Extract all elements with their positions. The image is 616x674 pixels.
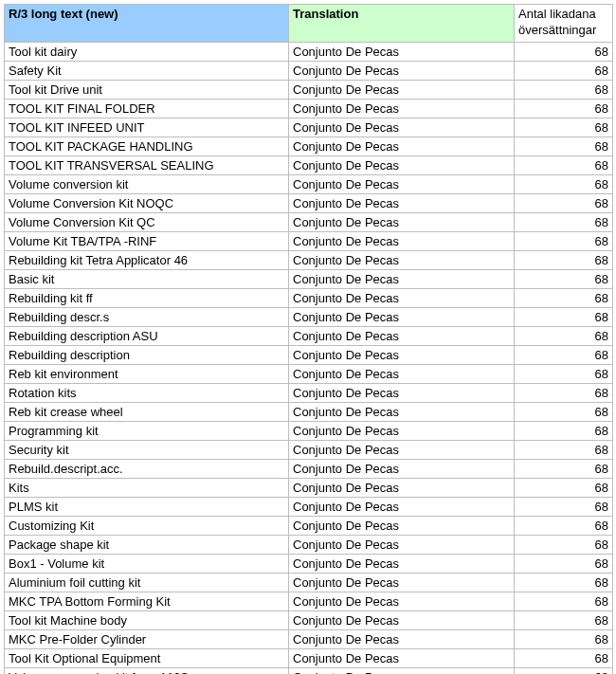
cell-count[interactable]: 68 xyxy=(515,81,613,100)
cell-translation[interactable]: Conjunto De Pecas xyxy=(289,574,515,592)
cell-long-text[interactable]: MKC TPA Bottom Forming Kit xyxy=(5,592,289,611)
cell-count[interactable]: 68 xyxy=(515,232,613,251)
cell-long-text[interactable]: Box1 - Volume kit xyxy=(5,555,289,574)
header-count[interactable]: Antal likadana översättningar xyxy=(515,5,613,43)
cell-translation[interactable]: Conjunto De Pecas xyxy=(289,213,515,232)
cell-long-text[interactable]: Aluminium foil cutting kit xyxy=(5,574,289,592)
cell-long-text[interactable]: Customizing Kit xyxy=(5,517,289,536)
cell-long-text[interactable]: PLMS kit xyxy=(5,498,289,517)
cell-count[interactable]: 68 xyxy=(515,592,613,611)
cell-count[interactable]: 68 xyxy=(515,555,613,574)
cell-translation[interactable]: Conjunto De Pecas xyxy=(289,649,515,668)
cell-translation[interactable]: Conjunto De Pecas xyxy=(289,517,515,536)
cell-long-text[interactable]: Rotation kits xyxy=(5,384,289,403)
cell-long-text[interactable]: Package shape kit xyxy=(5,536,289,555)
cell-translation[interactable]: Conjunto De Pecas xyxy=(289,251,515,270)
cell-translation[interactable]: Conjunto De Pecas xyxy=(289,668,515,675)
cell-translation[interactable]: Conjunto De Pecas xyxy=(289,460,515,479)
cell-translation[interactable]: Conjunto De Pecas xyxy=(289,156,515,175)
cell-long-text[interactable]: TOOL KIT TRANSVERSAL SEALING xyxy=(5,156,289,175)
cell-count[interactable]: 68 xyxy=(515,327,613,346)
cell-count[interactable]: 68 xyxy=(515,574,613,592)
cell-translation[interactable]: Conjunto De Pecas xyxy=(289,479,515,498)
cell-long-text[interactable]: Rebuild.descript.acc. xyxy=(5,460,289,479)
cell-long-text[interactable]: Volume conversion kit from 110S xyxy=(5,668,289,675)
cell-long-text[interactable]: Rebuilding description xyxy=(5,346,289,365)
cell-long-text[interactable]: TOOL KIT FINAL FOLDER xyxy=(5,100,289,118)
cell-translation[interactable]: Conjunto De Pecas xyxy=(289,289,515,308)
cell-count[interactable]: 68 xyxy=(515,649,613,668)
cell-translation[interactable]: Conjunto De Pecas xyxy=(289,62,515,81)
cell-long-text[interactable]: TOOL KIT PACKAGE HANDLING xyxy=(5,137,289,156)
cell-long-text[interactable]: Tool kit dairy xyxy=(5,43,289,62)
cell-long-text[interactable]: Tool Kit Optional Equipment xyxy=(5,649,289,668)
cell-translation[interactable]: Conjunto De Pecas xyxy=(289,536,515,555)
cell-translation[interactable]: Conjunto De Pecas xyxy=(289,81,515,100)
cell-translation[interactable]: Conjunto De Pecas xyxy=(289,232,515,251)
cell-long-text[interactable]: Reb kit crease wheel xyxy=(5,403,289,422)
cell-long-text[interactable]: Volume Conversion Kit QC xyxy=(5,213,289,232)
cell-count[interactable]: 68 xyxy=(515,422,613,441)
cell-count[interactable]: 68 xyxy=(515,668,613,675)
cell-count[interactable]: 68 xyxy=(515,384,613,403)
cell-long-text[interactable]: Rebuilding description ASU xyxy=(5,327,289,346)
cell-translation[interactable]: Conjunto De Pecas xyxy=(289,327,515,346)
cell-translation[interactable]: Conjunto De Pecas xyxy=(289,555,515,574)
cell-long-text[interactable]: Tool kit Machine body xyxy=(5,611,289,630)
cell-long-text[interactable]: Volume Kit TBA/TPA -RINF xyxy=(5,232,289,251)
cell-long-text[interactable]: Volume conversion kit xyxy=(5,175,289,194)
cell-translation[interactable]: Conjunto De Pecas xyxy=(289,384,515,403)
header-translation[interactable]: Translation xyxy=(289,5,515,43)
cell-long-text[interactable]: Safety Kit xyxy=(5,62,289,81)
cell-count[interactable]: 68 xyxy=(515,479,613,498)
cell-long-text[interactable]: Rebuilding kit ff xyxy=(5,289,289,308)
cell-count[interactable]: 68 xyxy=(515,251,613,270)
cell-translation[interactable]: Conjunto De Pecas xyxy=(289,346,515,365)
cell-count[interactable]: 68 xyxy=(515,270,613,289)
cell-long-text[interactable]: Volume Conversion Kit NOQC xyxy=(5,194,289,213)
cell-translation[interactable]: Conjunto De Pecas xyxy=(289,270,515,289)
cell-long-text[interactable]: Security kit xyxy=(5,441,289,460)
cell-count[interactable]: 68 xyxy=(515,403,613,422)
cell-count[interactable]: 68 xyxy=(515,611,613,630)
cell-long-text[interactable]: TOOL KIT INFEED UNIT xyxy=(5,118,289,137)
cell-translation[interactable]: Conjunto De Pecas xyxy=(289,194,515,213)
cell-count[interactable]: 68 xyxy=(515,441,613,460)
cell-translation[interactable]: Conjunto De Pecas xyxy=(289,592,515,611)
cell-count[interactable]: 68 xyxy=(515,346,613,365)
cell-count[interactable]: 68 xyxy=(515,630,613,649)
cell-count[interactable]: 68 xyxy=(515,498,613,517)
cell-translation[interactable]: Conjunto De Pecas xyxy=(289,630,515,649)
cell-long-text[interactable]: Rebuilding kit Tetra Applicator 46 xyxy=(5,251,289,270)
cell-long-text[interactable]: Rebuilding descr.s xyxy=(5,308,289,327)
cell-count[interactable]: 68 xyxy=(515,156,613,175)
cell-translation[interactable]: Conjunto De Pecas xyxy=(289,118,515,137)
cell-long-text[interactable]: Basic kit xyxy=(5,270,289,289)
cell-translation[interactable]: Conjunto De Pecas xyxy=(289,308,515,327)
cell-count[interactable]: 68 xyxy=(515,137,613,156)
cell-count[interactable]: 68 xyxy=(515,536,613,555)
cell-count[interactable]: 68 xyxy=(515,460,613,479)
cell-translation[interactable]: Conjunto De Pecas xyxy=(289,100,515,118)
header-long-text[interactable]: R/3 long text (new) xyxy=(5,5,289,43)
cell-translation[interactable]: Conjunto De Pecas xyxy=(289,403,515,422)
cell-long-text[interactable]: MKC Pre-Folder Cylinder xyxy=(5,630,289,649)
cell-count[interactable]: 68 xyxy=(515,62,613,81)
cell-count[interactable]: 68 xyxy=(515,175,613,194)
cell-long-text[interactable]: Kits xyxy=(5,479,289,498)
cell-translation[interactable]: Conjunto De Pecas xyxy=(289,137,515,156)
cell-translation[interactable]: Conjunto De Pecas xyxy=(289,498,515,517)
cell-count[interactable]: 68 xyxy=(515,118,613,137)
cell-translation[interactable]: Conjunto De Pecas xyxy=(289,365,515,384)
cell-translation[interactable]: Conjunto De Pecas xyxy=(289,43,515,62)
cell-count[interactable]: 68 xyxy=(515,517,613,536)
cell-count[interactable]: 68 xyxy=(515,100,613,118)
cell-translation[interactable]: Conjunto De Pecas xyxy=(289,175,515,194)
cell-translation[interactable]: Conjunto De Pecas xyxy=(289,441,515,460)
cell-long-text[interactable]: Reb kit environment xyxy=(5,365,289,384)
cell-long-text[interactable]: Tool kit Drive unit xyxy=(5,81,289,100)
cell-count[interactable]: 68 xyxy=(515,365,613,384)
cell-translation[interactable]: Conjunto De Pecas xyxy=(289,422,515,441)
cell-count[interactable]: 68 xyxy=(515,194,613,213)
cell-count[interactable]: 68 xyxy=(515,289,613,308)
